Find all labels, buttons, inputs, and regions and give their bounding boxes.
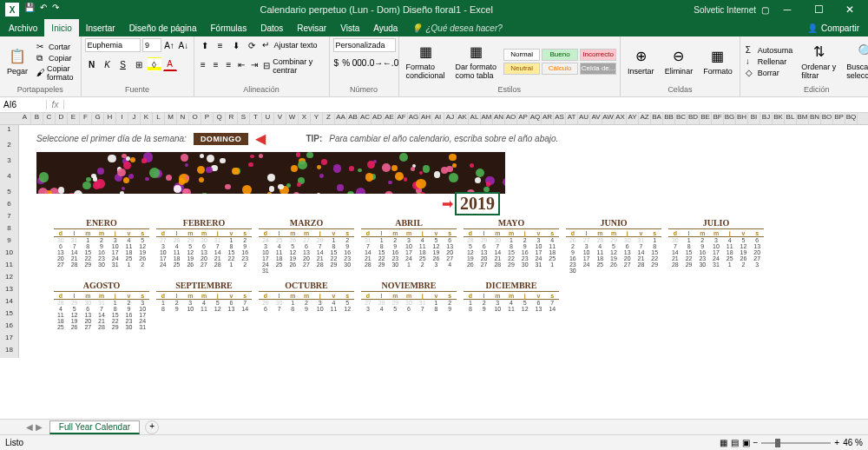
row-header[interactable]: 3 (0, 156, 19, 172)
day-cell[interactable]: 9 (340, 243, 354, 249)
day-cell[interactable]: 8 (430, 306, 444, 312)
day-cell[interactable]: 8 (108, 306, 122, 312)
indent-inc-button[interactable]: ⇥ (248, 57, 260, 71)
day-cell[interactable]: 2 (238, 237, 252, 243)
col-header[interactable]: BC (675, 113, 687, 124)
day-cell[interactable]: 15 (81, 249, 95, 255)
day-cell[interactable]: 8 (464, 306, 477, 312)
dec-decimal-button[interactable]: ←.0 (384, 56, 398, 69)
percent-button[interactable]: % (341, 56, 351, 69)
day-cell[interactable] (340, 268, 354, 274)
first-day-dropdown[interactable]: DOMINGO (194, 133, 249, 145)
col-header[interactable]: AE (384, 113, 396, 124)
day-cell[interactable]: 21 (668, 255, 682, 261)
day-cell[interactable]: 1 (464, 300, 477, 306)
day-cell[interactable]: 4 (197, 300, 211, 306)
day-cell[interactable]: 8 (286, 306, 299, 312)
col-header[interactable]: D (56, 113, 68, 124)
style-incorrecto[interactable]: Incorrecto (580, 49, 616, 61)
day-cell[interactable]: 10 (490, 306, 504, 312)
col-header[interactable]: BG (724, 113, 736, 124)
day-cell[interactable]: 18 (54, 318, 68, 324)
day-cell[interactable]: 20 (750, 249, 764, 255)
day-cell[interactable]: 7 (68, 243, 82, 249)
day-cell[interactable]: 9 (518, 243, 532, 249)
tab-nav-prev[interactable]: ◀ ▶ (26, 422, 43, 432)
tab-ayuda[interactable]: Ayuda (366, 19, 404, 36)
day-cell[interactable]: 28 (68, 261, 82, 268)
day-cell[interactable]: 4 (504, 300, 518, 306)
day-cell[interactable]: 4 (723, 237, 737, 243)
share-button[interactable]: 👤 Compartir (807, 23, 868, 33)
day-cell[interactable]: 6 (402, 306, 416, 312)
close-button[interactable]: ✕ (837, 3, 863, 16)
day-cell[interactable]: 13 (477, 249, 491, 255)
day-cell[interactable] (593, 268, 607, 274)
style-celda[interactable]: Celda de... (580, 63, 616, 75)
day-cell[interactable]: 31 (635, 237, 648, 243)
day-cell[interactable]: 27 (361, 300, 375, 306)
day-cell[interactable]: 29 (504, 261, 518, 268)
day-cell[interactable]: 13 (750, 243, 764, 249)
day-cell[interactable]: 22 (648, 255, 661, 261)
col-header[interactable]: BJ (760, 113, 773, 124)
font-size-select[interactable]: 9 (142, 38, 161, 52)
day-cell[interactable]: 27 (156, 237, 170, 243)
col-header[interactable]: BB (663, 113, 675, 124)
day-cell[interactable]: 17 (156, 255, 170, 261)
col-header[interactable]: U (262, 113, 274, 124)
day-cell[interactable]: 19 (607, 255, 621, 261)
insert-cells-button[interactable]: ⊕Insertar (624, 46, 658, 77)
row-header[interactable]: 15 (0, 309, 19, 321)
day-cell[interactable]: 29 (68, 300, 82, 306)
align-center-button[interactable]: ≡ (210, 57, 221, 71)
day-cell[interactable]: 15 (108, 312, 122, 318)
day-cell[interactable]: 16 (238, 249, 252, 255)
col-header[interactable]: AC (359, 113, 372, 124)
day-cell[interactable]: 2 (416, 261, 430, 268)
day-cell[interactable]: 3 (750, 261, 764, 268)
day-cell[interactable]: 23 (340, 255, 354, 261)
day-cell[interactable]: 21 (490, 255, 504, 261)
day-cell[interactable]: 21 (361, 255, 375, 261)
day-cell[interactable]: 16 (122, 312, 136, 318)
align-middle-button[interactable]: ≡ (214, 38, 227, 52)
tab-diseno[interactable]: Diseño de página (122, 19, 204, 36)
col-header[interactable]: AX (615, 113, 627, 124)
day-cell[interactable]: 18 (122, 249, 136, 255)
day-cell[interactable]: 14 (668, 249, 682, 255)
day-cell[interactable] (580, 268, 594, 274)
day-cell[interactable]: 27 (443, 255, 457, 261)
day-cell[interactable]: 7 (416, 306, 430, 312)
day-cell[interactable]: 2 (518, 237, 532, 243)
day-cell[interactable]: 25 (273, 261, 286, 268)
day-cell[interactable]: 15 (682, 249, 696, 255)
name-box[interactable]: AI6 (0, 100, 47, 109)
day-cell[interactable]: 5 (430, 237, 444, 243)
day-cell[interactable]: 11 (327, 306, 341, 312)
format-cells-button[interactable]: ▦Formato (700, 46, 736, 77)
day-cell[interactable]: 4 (593, 243, 607, 249)
day-cell[interactable]: 3 (156, 243, 170, 249)
day-cell[interactable]: 17 (580, 255, 594, 261)
day-cell[interactable]: 16 (695, 249, 709, 255)
day-cell[interactable]: 30 (197, 237, 211, 243)
style-calculo[interactable]: Cálculo (542, 63, 578, 75)
day-cell[interactable]: 24 (135, 318, 149, 324)
day-cell[interactable]: 10 (402, 243, 416, 249)
day-cell[interactable]: 27 (299, 261, 313, 268)
col-header[interactable]: T (250, 113, 262, 124)
border-button[interactable]: ⊞ (132, 57, 146, 71)
day-cell[interactable]: 28 (170, 237, 184, 243)
day-cell[interactable]: 6 (81, 306, 95, 312)
col-header[interactable]: AD (372, 113, 384, 124)
day-cell[interactable]: 26 (135, 255, 149, 261)
day-cell[interactable] (286, 268, 299, 274)
day-cell[interactable]: 28 (313, 261, 327, 268)
day-cell[interactable]: 4 (273, 243, 286, 249)
day-cell[interactable]: 23 (695, 255, 709, 261)
day-cell[interactable]: 29 (259, 300, 273, 306)
day-cell[interactable]: 10 (108, 243, 122, 249)
day-cell[interactable]: 4 (416, 237, 430, 243)
col-header[interactable]: J (128, 113, 141, 124)
